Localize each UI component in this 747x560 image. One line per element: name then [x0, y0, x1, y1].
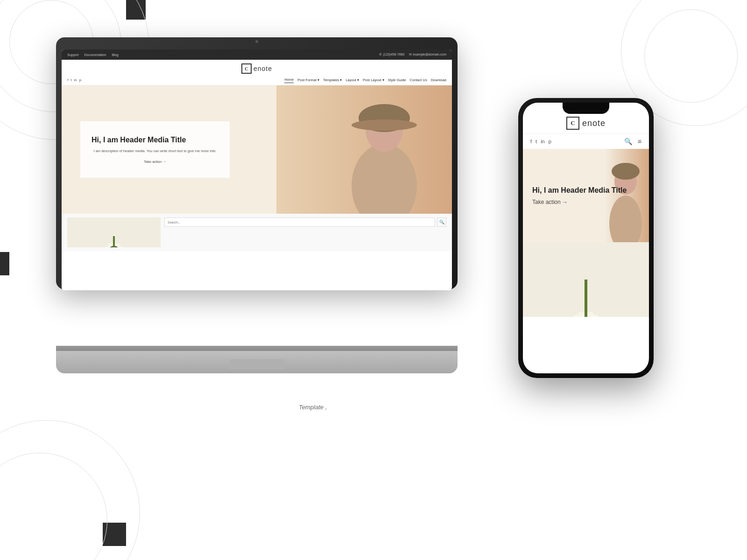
phone-linkedin-icon[interactable]: in [541, 139, 545, 144]
phone-hero-content: Hi, I am Header Media Title Take action … [523, 176, 636, 215]
svg-rect-28 [585, 280, 587, 317]
nav-layout[interactable]: Layout ▾ [345, 77, 359, 83]
topbar-email: ✉ example@domain.com [409, 53, 446, 56]
phone-frame: C enote f t in p 🔍 ≡ [518, 98, 654, 378]
social-facebook-icon[interactable]: f [67, 78, 68, 82]
topbar-blog[interactable]: Blog [112, 53, 119, 56]
topbar-support[interactable]: Support [67, 53, 79, 56]
decorative-square-4 [103, 523, 126, 546]
laptop-frame: Support Documentation Blog ✆ (123)456-78… [56, 37, 458, 289]
nav-menu: Home Post Format ▾ Templates ▾ Layout ▾ … [284, 77, 446, 83]
logo-text: enote [254, 65, 272, 72]
phone-nav: f t in p 🔍 ≡ [523, 134, 649, 149]
decorative-circle-5 [0, 453, 107, 560]
nav-download[interactable]: Download [431, 77, 446, 83]
site-logo[interactable]: C enote [241, 63, 272, 74]
svg-point-3 [352, 119, 417, 131]
social-twitter-icon[interactable]: t [70, 78, 71, 82]
phone-menu-icon[interactable]: ≡ [638, 138, 641, 145]
nav-templates[interactable]: Templates ▾ [323, 77, 342, 83]
hero-description: I am description of header media. You ca… [92, 148, 218, 154]
phone-hero-title: Hi, I am Header Media Title [532, 186, 627, 196]
nav-post-layout[interactable]: Post Layout ▾ [363, 77, 384, 83]
hero-title: Hi, I am Header Media Title [92, 135, 218, 145]
search-button[interactable]: 🔍 [437, 217, 446, 227]
phone-logo-box: C [566, 117, 579, 130]
site-content-area: 🔍 [62, 214, 452, 251]
social-linkedin-icon[interactable]: in [74, 78, 77, 82]
site-nav: f t in p Home Post Format ▾ Templates ▾ … [62, 77, 452, 83]
phone-mockup: C enote f t in p 🔍 ≡ [518, 98, 654, 378]
content-image [67, 217, 161, 247]
nav-contact-us[interactable]: Contact Us [410, 77, 427, 83]
topbar-phone: ✆ (123)456-7890 [379, 53, 404, 56]
search-input[interactable] [164, 217, 435, 227]
logo-box: C [241, 63, 252, 74]
site-hero: Hi, I am Header Media Title I am descrip… [62, 85, 452, 214]
search-area: 🔍 [164, 217, 446, 227]
laptop-camera [255, 40, 258, 43]
nav-style-guide[interactable]: Style Guide [388, 77, 406, 83]
decorative-circle-4 [0, 420, 140, 560]
topbar-right: ✆ (123)456-7890 ✉ example@domain.com [379, 53, 446, 56]
phone-social-icons: f t in p [530, 139, 551, 144]
phone-twitter-icon[interactable]: t [536, 139, 537, 144]
phone-facebook-icon[interactable]: f [530, 139, 532, 144]
decorative-circle-7 [644, 9, 738, 103]
phone-hero-cta[interactable]: Take action → [532, 199, 627, 205]
phone-content-image [523, 242, 649, 317]
topbar-documentation[interactable]: Documentation [85, 53, 106, 56]
nav-home[interactable]: Home [284, 77, 294, 83]
nav-post-format[interactable]: Post Format ▾ [297, 77, 319, 83]
phone-screen: C enote f t in p 🔍 ≡ [523, 103, 649, 373]
phone-pinterest-icon[interactable]: p [549, 139, 551, 144]
phone-hero: Hi, I am Header Media Title Take action … [523, 149, 649, 242]
svg-rect-12 [113, 236, 115, 247]
svg-point-0 [352, 144, 417, 214]
topbar-left: Support Documentation Blog [67, 53, 119, 56]
caption-text: Template , [299, 404, 327, 411]
nav-social-icons: f t in p [67, 78, 81, 82]
site-topbar: Support Documentation Blog ✆ (123)456-78… [62, 49, 452, 60]
phone-notch [563, 103, 609, 114]
phone-search-icon[interactable]: 🔍 [624, 138, 632, 145]
phone-logo-text: enote [582, 119, 606, 128]
decorative-square-1 [126, 0, 146, 20]
hero-cta-button[interactable]: Take action → [92, 160, 218, 164]
hero-content-box: Hi, I am Header Media Title I am descrip… [80, 121, 230, 178]
phone-logo[interactable]: C enote [566, 117, 606, 130]
phone-nav-icons: 🔍 ≡ [624, 138, 641, 145]
social-pinterest-icon[interactable]: p [79, 78, 81, 82]
laptop-mockup: Support Documentation Blog ✆ (123)456-78… [56, 37, 458, 373]
decorative-square-3 [0, 252, 9, 275]
site-header: C enote f t in p Home Post Forma [62, 60, 452, 85]
